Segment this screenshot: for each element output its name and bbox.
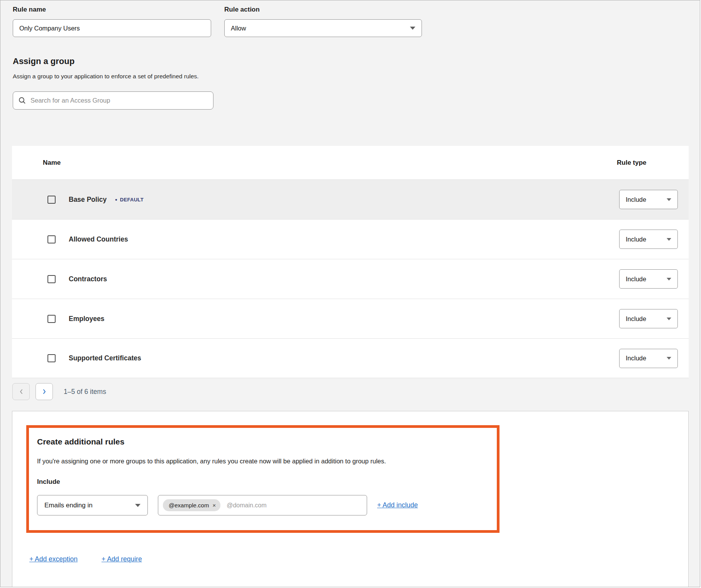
condition-dropdown[interactable]: Emails ending in	[37, 495, 148, 515]
table-row: Allowed Countries Include	[12, 219, 689, 259]
add-exception-link[interactable]: + Add exception	[29, 555, 78, 563]
additional-rules-description: If you're assigning one or more groups t…	[37, 458, 489, 465]
additional-rules-panel: Create additional rules If you're assign…	[12, 411, 689, 587]
next-page-button[interactable]	[36, 383, 53, 400]
highlight-annotation-box: Create additional rules If you're assign…	[26, 425, 500, 533]
add-require-link[interactable]: + Add require	[102, 555, 142, 563]
previous-page-button[interactable]	[12, 383, 30, 400]
rule-action-value: Allow	[231, 25, 246, 32]
chevron-down-icon	[667, 318, 671, 320]
email-domains-input: @example.com ×	[158, 495, 367, 515]
domain-input[interactable]	[227, 502, 362, 509]
rule-editor-page: Rule name Rule action Allow Assign a gro…	[0, 0, 700, 587]
rule-type-dropdown[interactable]: Include	[619, 230, 678, 249]
chevron-left-icon	[19, 389, 24, 394]
rule-name-label: Rule name	[13, 6, 211, 14]
additional-rules-title: Create additional rules	[37, 437, 489, 446]
rule-type-value: Include	[626, 275, 646, 283]
chip-remove-icon[interactable]: ×	[212, 502, 216, 508]
include-label: Include	[37, 478, 489, 486]
rule-links-row: + Add exception + Add require	[29, 555, 688, 563]
rule-type-value: Include	[626, 315, 646, 323]
row-checkbox[interactable]	[47, 275, 56, 283]
row-checkbox[interactable]	[47, 196, 56, 204]
table-row: Supported Certificates Include	[12, 338, 689, 378]
chevron-down-icon	[667, 357, 671, 360]
rule-action-dropdown[interactable]: Allow	[224, 19, 422, 37]
rule-name-field: Rule name	[13, 6, 211, 37]
group-name: Base Policy	[69, 196, 107, 204]
badge-bullet: •	[115, 196, 117, 203]
assign-group-description: Assign a group to your application to en…	[13, 73, 700, 80]
email-chip: @example.com ×	[163, 499, 220, 511]
table-header: Name Rule type	[12, 146, 689, 179]
rule-type-dropdown[interactable]: Include	[619, 190, 678, 209]
pagination: 1–5 of 6 items	[12, 383, 700, 400]
chevron-right-icon	[42, 389, 47, 394]
rule-type-dropdown[interactable]: Include	[619, 349, 678, 368]
column-header-rule-type: Rule type	[617, 159, 689, 167]
column-header-name: Name	[12, 159, 617, 167]
pagination-range-text: 1–5 of 6 items	[64, 388, 106, 396]
row-checkbox[interactable]	[47, 354, 56, 362]
table-row: Contractors Include	[12, 259, 689, 299]
chevron-down-icon	[135, 504, 141, 507]
rule-type-value: Include	[626, 196, 646, 203]
rule-fields-row: Rule name Rule action Allow	[13, 6, 700, 37]
rule-type-dropdown[interactable]: Include	[619, 269, 678, 289]
chevron-down-icon	[410, 27, 415, 30]
rule-type-dropdown[interactable]: Include	[619, 309, 678, 328]
rule-action-field: Rule action Allow	[224, 6, 422, 37]
group-name: Allowed Countries	[69, 235, 128, 243]
rule-name-input-wrap	[13, 19, 211, 37]
group-name: Supported Certificates	[69, 354, 141, 362]
group-name: Employees	[69, 315, 104, 323]
chevron-down-icon	[667, 198, 671, 201]
table-row: Employees Include	[12, 299, 689, 338]
badge-text: DEFAULT	[120, 197, 144, 203]
group-name: Contractors	[69, 275, 107, 283]
access-groups-table: Name Rule type Base Policy • DEFAULT Inc…	[12, 146, 689, 378]
row-checkbox[interactable]	[47, 315, 56, 323]
rule-name-input[interactable]	[19, 25, 205, 32]
default-badge: • DEFAULT	[115, 196, 144, 203]
rule-action-label: Rule action	[224, 6, 422, 14]
rule-type-value: Include	[626, 355, 646, 362]
search-input[interactable]	[30, 97, 208, 104]
condition-value: Emails ending in	[44, 502, 93, 509]
search-icon	[19, 97, 26, 104]
assign-group-title: Assign a group	[13, 56, 700, 66]
row-checkbox[interactable]	[47, 235, 56, 243]
add-include-link[interactable]: + Add include	[377, 501, 418, 509]
chevron-down-icon	[667, 238, 671, 241]
include-rule-row: Emails ending in @example.com × + Add in…	[37, 495, 489, 515]
access-group-search	[13, 91, 213, 110]
table-row: Base Policy • DEFAULT Include	[12, 179, 689, 219]
email-chip-label: @example.com	[169, 502, 209, 509]
chevron-down-icon	[667, 278, 671, 280]
rule-type-value: Include	[626, 236, 646, 243]
